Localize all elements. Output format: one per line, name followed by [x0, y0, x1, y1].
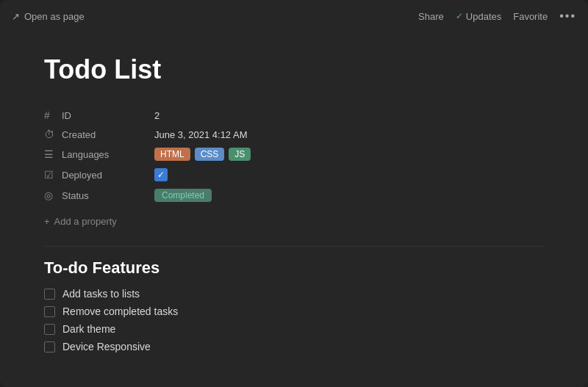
add-property-button[interactable]: + Add a property	[44, 211, 544, 231]
section-divider	[44, 246, 544, 247]
todo-item: Add tasks to lists	[44, 288, 544, 300]
todo-item: Dark theme	[44, 323, 544, 335]
property-languages: ☰ Languages HTML CSS JS	[44, 144, 544, 164]
deployed-value: ✓	[154, 168, 544, 181]
page-title: Todo List	[44, 54, 544, 85]
property-id: # ID 2	[44, 106, 544, 125]
todo-checkbox-1[interactable]	[44, 289, 55, 300]
tag-css[interactable]: CSS	[195, 148, 225, 161]
topbar: ↗ Open as page Share ✓ Updates Favorite …	[0, 0, 588, 32]
updates-label: Updates	[466, 11, 501, 22]
updates-check-icon: ✓	[456, 11, 463, 21]
tag-html[interactable]: HTML	[154, 148, 190, 161]
todo-checkbox-3[interactable]	[44, 324, 55, 335]
more-label: •••	[559, 10, 576, 23]
property-status: ◎ Status Completed	[44, 185, 544, 206]
id-label: ID	[59, 110, 154, 121]
status-badge[interactable]: Completed	[154, 189, 212, 202]
topbar-actions: Share ✓ Updates Favorite •••	[418, 10, 576, 23]
todo-label-3: Dark theme	[62, 323, 115, 335]
id-value: 2	[154, 110, 544, 121]
todo-label-4: Device Responsive	[62, 341, 151, 352]
created-icon: ⏱	[44, 129, 59, 140]
open-as-page-label: Open as page	[24, 11, 85, 22]
status-value: Completed	[154, 189, 544, 202]
property-deployed: ☑ Deployed ✓	[44, 164, 544, 185]
updates-button[interactable]: ✓ Updates	[456, 11, 501, 22]
todo-checkbox-4[interactable]	[44, 341, 55, 352]
languages-tags: HTML CSS JS	[154, 148, 544, 161]
languages-icon: ☰	[44, 148, 59, 160]
share-button[interactable]: Share	[418, 11, 444, 22]
todo-list: Add tasks to lists Remove completed task…	[44, 288, 544, 352]
todo-label-2: Remove completed tasks	[62, 305, 178, 317]
properties-section: # ID 2 ⏱ Created June 3, 2021 4:12 AM ☰ …	[44, 106, 544, 206]
favorite-label: Favorite	[513, 11, 548, 22]
app-window: ↗ Open as page Share ✓ Updates Favorite …	[0, 0, 588, 387]
deployed-icon: ☑	[44, 169, 59, 181]
created-value: June 3, 2021 4:12 AM	[154, 129, 544, 140]
more-button[interactable]: •••	[559, 10, 576, 23]
open-icon: ↗	[12, 11, 20, 22]
open-as-page-button[interactable]: ↗ Open as page	[12, 11, 85, 22]
property-created: ⏱ Created June 3, 2021 4:12 AM	[44, 125, 544, 144]
todo-item: Device Responsive	[44, 341, 544, 352]
share-label: Share	[418, 11, 444, 22]
deployed-label: Deployed	[59, 170, 154, 181]
deployed-checkbox[interactable]: ✓	[154, 168, 168, 181]
todo-checkbox-2[interactable]	[44, 306, 55, 317]
add-icon: +	[44, 216, 50, 227]
languages-label: Languages	[59, 149, 154, 160]
status-label: Status	[59, 190, 154, 201]
status-icon: ◎	[44, 189, 59, 201]
favorite-button[interactable]: Favorite	[513, 11, 548, 22]
main-content: Todo List # ID 2 ⏱ Created June 3, 2021 …	[0, 32, 588, 387]
tag-js[interactable]: JS	[229, 148, 251, 161]
features-title: To-do Features	[44, 258, 544, 278]
add-property-label: Add a property	[54, 216, 117, 227]
todo-item: Remove completed tasks	[44, 305, 544, 317]
id-icon: #	[44, 109, 59, 121]
todo-label-1: Add tasks to lists	[62, 288, 140, 300]
created-label: Created	[59, 129, 154, 140]
